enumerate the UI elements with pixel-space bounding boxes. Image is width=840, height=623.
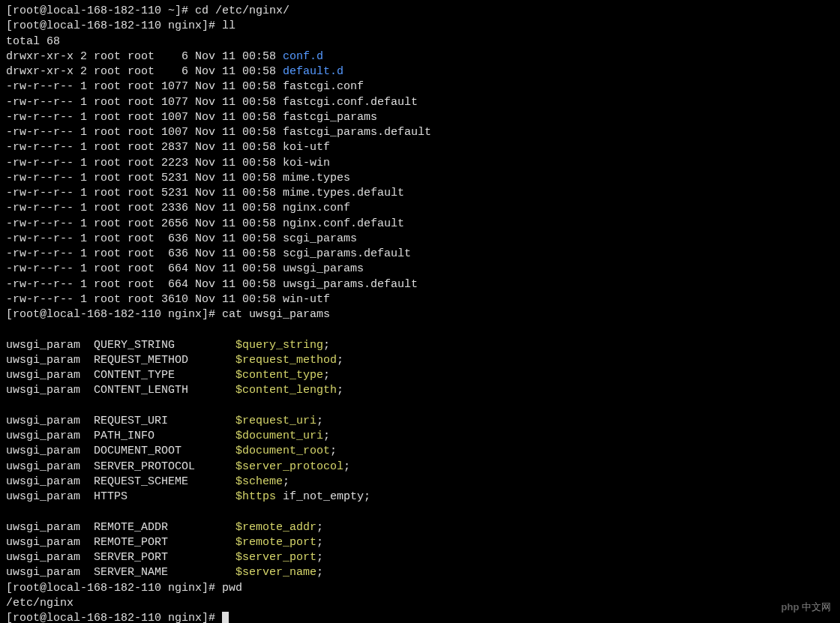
terminal-line: -rw-r--r-- 1 root root 2656 Nov 11 00:58…	[6, 217, 834, 232]
terminal-line	[6, 322, 834, 337]
prompt: [root@local-168-182-110 nginx]#	[6, 612, 222, 623]
file-name: default.d	[283, 65, 344, 78]
terminal-line: -rw-r--r-- 1 root root 2837 Nov 11 00:58…	[6, 140, 834, 155]
terminal-line: uwsgi_param REQUEST_URI $request_uri;	[6, 414, 834, 429]
terminal-line: -rw-r--r-- 1 root root 1007 Nov 11 00:58…	[6, 125, 834, 140]
variable: $server_protocol	[236, 460, 344, 473]
terminal-line: -rw-r--r-- 1 root root 3610 Nov 11 00:58…	[6, 292, 834, 307]
terminal-line: -rw-r--r-- 1 root root 664 Nov 11 00:58 …	[6, 262, 834, 277]
terminal-line: [root@local-168-182-110 nginx]# ll	[6, 19, 834, 34]
terminal-line: uwsgi_param SERVER_PROTOCOL $server_prot…	[6, 460, 834, 475]
terminal-line: -rw-r--r-- 1 root root 664 Nov 11 00:58 …	[6, 277, 834, 292]
file-name: uwsgi_params.default	[283, 278, 418, 291]
terminal-line: /etc/nginx	[6, 596, 834, 611]
variable: $server_name	[236, 566, 316, 579]
prompt: [root@local-168-182-110 nginx]#	[6, 19, 222, 32]
terminal-line: uwsgi_param DOCUMENT_ROOT $document_root…	[6, 444, 834, 459]
file-row-prefix: -rw-r--r-- 1 root root 5231 Nov 11 00:58	[6, 187, 283, 199]
file-row-prefix: -rw-r--r-- 1 root root 1007 Nov 11 00:58	[6, 126, 283, 139]
file-name: conf.d	[283, 50, 323, 63]
terminal-line: uwsgi_param HTTPS $https if_not_empty;	[6, 490, 834, 505]
file-row-prefix: -rw-r--r-- 1 root root 664 Nov 11 00:58	[6, 262, 283, 275]
variable: $remote_port	[236, 536, 316, 549]
terminal-line: [root@local-168-182-110 nginx]# cat uwsg…	[6, 307, 834, 322]
terminal-line: uwsgi_param PATH_INFO $document_uri;	[6, 429, 834, 444]
file-name: fastcgi.conf.default	[283, 96, 418, 109]
file-name: mime.types.default	[283, 187, 404, 199]
command: ll	[222, 19, 236, 32]
terminal-line: uwsgi_param CONTENT_TYPE $content_type;	[6, 368, 834, 383]
variable: $scheme	[236, 475, 283, 488]
variable: $content_length	[236, 384, 337, 397]
file-name: scgi_params.default	[283, 247, 411, 260]
watermark-tag: php	[782, 601, 800, 613]
terminal-line: -rw-r--r-- 1 root root 636 Nov 11 00:58 …	[6, 247, 834, 262]
file-row-prefix: -rw-r--r-- 1 root root 1077 Nov 11 00:58	[6, 80, 283, 93]
prompt: [root@local-168-182-110 nginx]#	[6, 308, 222, 321]
file-row-prefix: drwxr-xr-x 2 root root 6 Nov 11 00:58	[6, 65, 283, 78]
terminal-line: uwsgi_param REQUEST_SCHEME $scheme;	[6, 475, 834, 490]
file-name: nginx.conf	[283, 202, 350, 214]
file-name: fastcgi_params.default	[283, 126, 431, 139]
terminal-line: -rw-r--r-- 1 root root 1077 Nov 11 00:58…	[6, 95, 834, 110]
terminal-line: drwxr-xr-x 2 root root 6 Nov 11 00:58 co…	[6, 49, 834, 64]
file-row-prefix: -rw-r--r-- 1 root root 636 Nov 11 00:58	[6, 247, 283, 260]
file-row-prefix: -rw-r--r-- 1 root root 2223 Nov 11 00:58	[6, 157, 283, 169]
command: pwd	[222, 582, 242, 595]
file-name: koi-utf	[283, 141, 330, 154]
terminal-line: -rw-r--r-- 1 root root 2336 Nov 11 00:58…	[6, 201, 834, 216]
file-row-prefix: -rw-r--r-- 1 root root 664 Nov 11 00:58	[6, 278, 283, 291]
file-row-prefix: -rw-r--r-- 1 root root 636 Nov 11 00:58	[6, 232, 283, 245]
terminal-output[interactable]: [root@local-168-182-110 ~]# cd /etc/ngin…	[6, 4, 834, 623]
variable: $request_method	[236, 354, 337, 367]
terminal-line: uwsgi_param REQUEST_METHOD $request_meth…	[6, 353, 834, 368]
terminal-line: uwsgi_param REMOTE_PORT $remote_port;	[6, 535, 834, 550]
file-name: uwsgi_params	[283, 262, 364, 275]
cursor[interactable]	[222, 612, 229, 623]
terminal-line: [root@local-168-182-110 nginx]# pwd	[6, 581, 834, 596]
terminal-line: [root@local-168-182-110 nginx]#	[6, 611, 834, 623]
terminal-line: uwsgi_param SERVER_NAME $server_name;	[6, 565, 834, 580]
file-name: koi-win	[283, 157, 330, 169]
terminal-line: uwsgi_param CONTENT_LENGTH $content_leng…	[6, 383, 834, 398]
file-row-prefix: -rw-r--r-- 1 root root 3610 Nov 11 00:58	[6, 293, 283, 306]
file-name: fastcgi.conf	[283, 80, 364, 93]
file-row-prefix: -rw-r--r-- 1 root root 5231 Nov 11 00:58	[6, 172, 283, 184]
watermark-text: 中文网	[802, 601, 831, 613]
file-row-prefix: -rw-r--r-- 1 root root 2837 Nov 11 00:58	[6, 141, 283, 154]
variable: $request_uri	[236, 415, 316, 427]
terminal-line: [root@local-168-182-110 ~]# cd /etc/ngin…	[6, 4, 834, 19]
command: cat uwsgi_params	[222, 308, 330, 321]
variable: $https	[236, 490, 276, 503]
terminal-line	[6, 399, 834, 414]
variable: $remote_addr	[236, 521, 316, 534]
file-name: nginx.conf.default	[283, 217, 404, 230]
terminal-line: -rw-r--r-- 1 root root 2223 Nov 11 00:58…	[6, 156, 834, 171]
watermark: php 中文网	[782, 601, 831, 614]
file-row-prefix: -rw-r--r-- 1 root root 2656 Nov 11 00:58	[6, 217, 283, 230]
variable: $content_type	[236, 369, 323, 382]
file-name: fastcgi_params	[283, 111, 377, 124]
prompt: [root@local-168-182-110 nginx]#	[6, 582, 222, 595]
file-name: mime.types	[283, 172, 350, 184]
variable: $server_port	[236, 551, 316, 564]
terminal-line: -rw-r--r-- 1 root root 1077 Nov 11 00:58…	[6, 79, 834, 94]
file-row-prefix: drwxr-xr-x 2 root root 6 Nov 11 00:58	[6, 50, 283, 63]
terminal-line: total 68	[6, 34, 834, 49]
file-row-prefix: -rw-r--r-- 1 root root 1077 Nov 11 00:58	[6, 96, 283, 109]
terminal-line	[6, 505, 834, 520]
file-row-prefix: -rw-r--r-- 1 root root 1007 Nov 11 00:58	[6, 111, 283, 124]
terminal-line: drwxr-xr-x 2 root root 6 Nov 11 00:58 de…	[6, 64, 834, 79]
terminal-line: uwsgi_param QUERY_STRING $query_string;	[6, 338, 834, 353]
variable: $query_string	[236, 339, 323, 352]
command: cd /etc/nginx/	[195, 4, 290, 17]
terminal-line: uwsgi_param REMOTE_ADDR $remote_addr;	[6, 520, 834, 535]
terminal-line: -rw-r--r-- 1 root root 1007 Nov 11 00:58…	[6, 110, 834, 125]
file-name: scgi_params	[283, 232, 357, 245]
prompt: [root@local-168-182-110 ~]#	[6, 4, 195, 17]
terminal-line: -rw-r--r-- 1 root root 5231 Nov 11 00:58…	[6, 171, 834, 186]
variable: $document_root	[236, 445, 330, 457]
variable: $document_uri	[236, 430, 323, 442]
terminal-line: uwsgi_param SERVER_PORT $server_port;	[6, 550, 834, 565]
file-name: win-utf	[283, 293, 330, 306]
